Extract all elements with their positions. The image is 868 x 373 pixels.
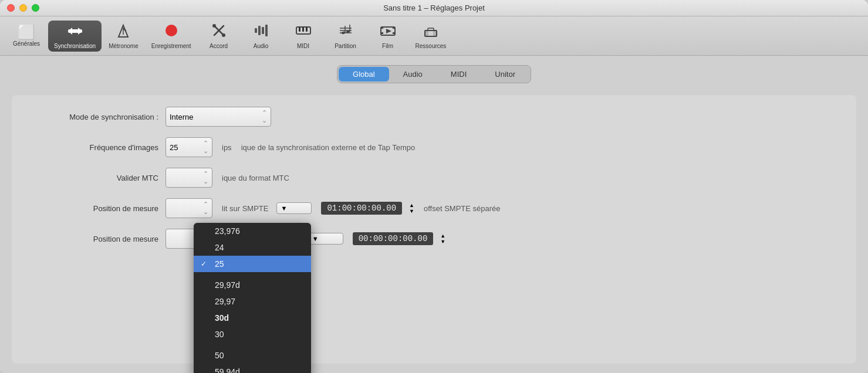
position1-up[interactable]: ▲ bbox=[409, 202, 414, 208]
mode-spinner: ⌃⌄ bbox=[262, 109, 267, 124]
ressources-icon bbox=[423, 22, 439, 42]
valider-select[interactable]: ⌃⌄ bbox=[166, 168, 212, 188]
midi-label: MIDI bbox=[297, 43, 309, 49]
valider-label: Valider MTC bbox=[29, 174, 158, 182]
valider-desc: ique du format MTC bbox=[222, 174, 289, 182]
position1-row: Position de mesure ⌃⌄ lit sur SMPTE ▼ 01… bbox=[29, 198, 839, 218]
svg-rect-12 bbox=[258, 26, 261, 35]
valider-row: Valider MTC ⌃⌄ ique du format MTC bbox=[29, 168, 839, 188]
film-icon bbox=[380, 22, 396, 42]
svg-rect-11 bbox=[255, 28, 257, 33]
position2-row: Position de mesure ⌃⌄ affiché comme SMPT… bbox=[29, 229, 839, 249]
minimize-button[interactable] bbox=[19, 4, 27, 12]
mode-row: Mode de synchronisation : Interne ⌃⌄ bbox=[29, 107, 839, 127]
svg-rect-30 bbox=[393, 32, 395, 34]
mode-control: Interne ⌃⌄ bbox=[166, 107, 271, 127]
position2-up[interactable]: ▲ bbox=[440, 233, 445, 239]
accord-label: Accord bbox=[210, 43, 228, 49]
toolbar-btn-enregistrement[interactable]: Enregistrement bbox=[146, 20, 197, 52]
position1-desc: lit sur SMPTE bbox=[222, 204, 268, 213]
position2-smpte-select[interactable]: ▼ bbox=[308, 233, 343, 245]
toolbar-btn-film[interactable]: Film bbox=[367, 20, 408, 52]
partition-label: Partition bbox=[335, 43, 356, 49]
dropdown-item-25[interactable]: ✓ 25 bbox=[194, 256, 311, 272]
tab-unitor[interactable]: Unitor bbox=[481, 67, 529, 82]
dropdown-item-50[interactable]: 50 bbox=[194, 347, 311, 364]
dropdown-item-2997[interactable]: 29,97 bbox=[194, 293, 311, 310]
freq-label: Fréquence d'images bbox=[29, 143, 158, 152]
valider-control: ⌃⌄ ique du format MTC bbox=[166, 168, 289, 188]
content-area: Global Audio MIDI Unitor Mode de synchro… bbox=[0, 56, 868, 373]
toolbar: ⬜ Générales Synchronisation bbox=[0, 16, 868, 56]
svg-rect-28 bbox=[381, 32, 383, 34]
svg-rect-33 bbox=[428, 28, 434, 30]
check-25: ✓ bbox=[201, 260, 207, 268]
toolbar-btn-accord[interactable]: Accord bbox=[198, 20, 239, 52]
svg-marker-31 bbox=[386, 29, 391, 33]
toolbar-btn-generales[interactable]: ⬜ Générales bbox=[6, 23, 47, 49]
dropdown-item-2997d[interactable]: 29,97d bbox=[194, 277, 311, 293]
position1-extra: offset SMPTE séparée bbox=[424, 204, 501, 213]
toolbar-btn-metronome[interactable]: Métronome bbox=[103, 21, 144, 52]
accord-icon bbox=[211, 22, 227, 42]
settings-panel: Mode de synchronisation : Interne ⌃⌄ Fré… bbox=[12, 95, 856, 364]
toolbar-btn-synchronisation[interactable]: Synchronisation bbox=[48, 21, 102, 52]
svg-rect-13 bbox=[262, 27, 264, 34]
generales-label: Générales bbox=[13, 40, 40, 47]
svg-rect-18 bbox=[306, 27, 308, 32]
maximize-button[interactable] bbox=[32, 4, 39, 12]
dropdown-item-30d[interactable]: 30d bbox=[194, 310, 311, 326]
partition-icon bbox=[337, 22, 354, 42]
tab-audio[interactable]: Audio bbox=[389, 67, 437, 82]
dropdown-item-30[interactable]: 30 bbox=[194, 326, 311, 343]
freq-dropdown: 23,976 24 ✓ 25 29,97d bbox=[194, 223, 311, 373]
svg-rect-17 bbox=[302, 27, 304, 32]
svg-rect-16 bbox=[299, 27, 300, 32]
window-title: Sans titre 1 – Réglages Projet bbox=[383, 4, 485, 12]
position1-time: 01:00:00:00.00 bbox=[321, 202, 402, 215]
svg-rect-35 bbox=[434, 32, 435, 35]
dropdown-item-24[interactable]: 24 bbox=[194, 239, 311, 256]
freq-select[interactable]: 25 ⌃⌄ bbox=[166, 137, 212, 157]
audio-label: Audio bbox=[254, 43, 269, 49]
svg-rect-29 bbox=[393, 27, 395, 29]
mode-select[interactable]: Interne ⌃⌄ bbox=[166, 107, 271, 127]
svg-marker-1 bbox=[68, 28, 72, 35]
freq-spinner: ⌃⌄ bbox=[203, 140, 208, 155]
svg-marker-2 bbox=[78, 28, 82, 35]
segment-control: Global Audio MIDI Unitor bbox=[337, 65, 531, 83]
metronome-label: Métronome bbox=[109, 43, 139, 49]
position1-down[interactable]: ▼ bbox=[409, 208, 414, 214]
synchronisation-label: Synchronisation bbox=[54, 43, 96, 49]
svg-rect-34 bbox=[426, 32, 428, 35]
audio-icon bbox=[253, 22, 269, 42]
mode-value: Interne bbox=[170, 113, 193, 121]
position2-time: 00:00:00:00.00 bbox=[353, 232, 434, 245]
metronome-icon bbox=[115, 23, 131, 42]
traffic-lights bbox=[7, 4, 39, 12]
freq-value: 25 bbox=[170, 143, 178, 152]
toolbar-btn-midi[interactable]: MIDI bbox=[283, 20, 324, 52]
toolbar-btn-partition[interactable]: Partition bbox=[325, 20, 366, 52]
position2-label: Position de mesure bbox=[29, 235, 158, 243]
ressources-label: Ressources bbox=[416, 43, 447, 49]
dropdown-item-5994d[interactable]: 59,94d bbox=[194, 364, 311, 373]
freq-unit: ips bbox=[222, 143, 232, 152]
film-label: Film bbox=[382, 43, 393, 49]
dropdown-item-23976[interactable]: 23,976 bbox=[194, 223, 311, 239]
tab-global[interactable]: Global bbox=[339, 67, 389, 82]
dropdown-divider-2 bbox=[194, 343, 311, 347]
svg-point-10 bbox=[222, 33, 225, 37]
toolbar-btn-ressources[interactable]: Ressources bbox=[410, 20, 452, 52]
tab-midi[interactable]: MIDI bbox=[437, 67, 481, 82]
position1-smpte-select[interactable]: ▼ bbox=[276, 202, 312, 214]
svg-rect-27 bbox=[381, 27, 383, 29]
position1-select[interactable]: ⌃⌄ bbox=[166, 198, 212, 218]
close-button[interactable] bbox=[7, 4, 15, 12]
enregistrement-icon bbox=[163, 22, 180, 42]
midi-icon bbox=[295, 22, 312, 42]
title-bar: Sans titre 1 – Réglages Projet bbox=[0, 0, 868, 16]
position1-label: Position de mesure bbox=[29, 204, 158, 213]
position2-down[interactable]: ▼ bbox=[440, 239, 445, 245]
toolbar-btn-audio[interactable]: Audio bbox=[241, 20, 282, 52]
